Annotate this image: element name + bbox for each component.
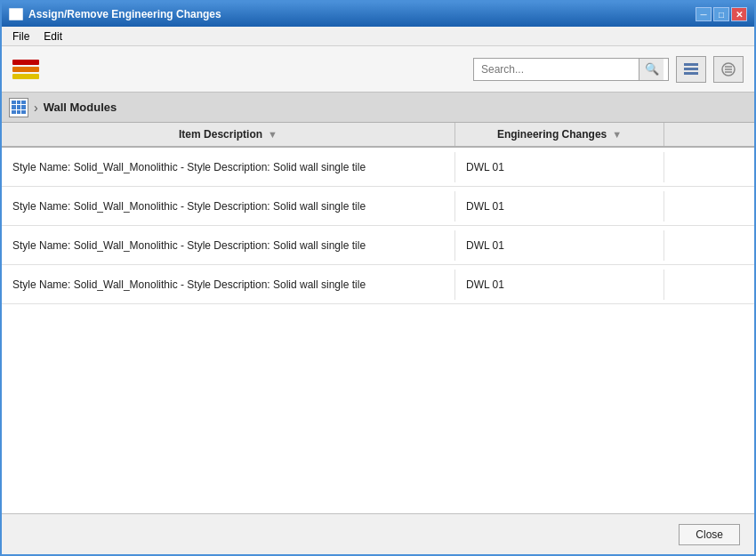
gc6 <box>21 105 26 109</box>
cell-extra <box>664 158 754 176</box>
gc2 <box>17 101 21 105</box>
table-body: Style Name: Solid_Wall_Monolithic - Styl… <box>2 148 754 513</box>
column-header-extra <box>664 123 754 146</box>
column-header-item-desc: Item Description ▼ <box>2 123 455 146</box>
window-icon <box>9 7 23 21</box>
menu-edit[interactable]: Edit <box>36 28 69 44</box>
close-button[interactable]: Close <box>679 524 740 545</box>
gc3 <box>21 101 26 105</box>
grid-icon <box>9 98 28 117</box>
stack-bar-yellow <box>12 74 39 79</box>
gc5 <box>17 105 21 109</box>
stack-icon <box>12 60 39 79</box>
cell-item-desc: Style Name: Solid_Wall_Monolithic - Styl… <box>2 230 455 261</box>
menu-bar: File Edit <box>2 27 754 46</box>
gc9 <box>21 110 26 115</box>
search-icon: 🔍 <box>645 62 659 76</box>
search-container: 🔍 <box>473 58 669 81</box>
stack-bar-red <box>12 60 39 65</box>
menu-button[interactable] <box>713 56 744 83</box>
window-title: Assign/Remove Engineering Changes <box>28 8 696 20</box>
gc4 <box>12 105 16 109</box>
column-header-eng-changes: Engineering Changes ▼ <box>455 123 664 146</box>
list-view-button[interactable] <box>676 56 706 83</box>
cell-item-desc: Style Name: Solid_Wall_Monolithic - Styl… <box>2 152 455 182</box>
table-row[interactable]: Style Name: Solid_Wall_Monolithic - Styl… <box>2 148 754 187</box>
breadcrumb-label: Wall Modules <box>44 101 117 114</box>
svg-rect-4 <box>684 72 698 75</box>
hamburger-icon <box>720 61 736 77</box>
table-row[interactable]: Style Name: Solid_Wall_Monolithic - Styl… <box>2 226 754 265</box>
svg-rect-2 <box>684 63 698 66</box>
cell-eng-changes: DWL 01 <box>455 152 664 182</box>
gc8 <box>17 110 21 115</box>
table-container: Item Description ▼ Engineering Changes ▼… <box>2 123 754 513</box>
filter-icon-item[interactable]: ▼ <box>268 129 277 140</box>
gc7 <box>12 110 16 115</box>
search-input[interactable] <box>474 61 639 77</box>
list-icon <box>683 61 699 77</box>
table-row[interactable]: Style Name: Solid_Wall_Monolithic - Styl… <box>2 187 754 226</box>
table-row[interactable]: Style Name: Solid_Wall_Monolithic - Styl… <box>2 265 754 304</box>
menu-file[interactable]: File <box>5 28 36 44</box>
cell-eng-changes: DWL 01 <box>455 191 664 222</box>
maximize-button[interactable]: □ <box>713 7 729 21</box>
breadcrumb-bar: › Wall Modules <box>2 93 754 123</box>
cell-item-desc: Style Name: Solid_Wall_Monolithic - Styl… <box>2 270 455 300</box>
cell-eng-changes: DWL 01 <box>455 270 664 300</box>
cell-eng-changes: DWL 01 <box>455 230 664 261</box>
cell-extra <box>664 197 754 215</box>
cell-extra <box>664 276 754 294</box>
window-controls: ─ □ ✕ <box>696 7 747 21</box>
cell-extra <box>664 237 754 254</box>
table-header: Item Description ▼ Engineering Changes ▼ <box>2 123 754 148</box>
breadcrumb-arrow: › <box>34 101 38 115</box>
footer: Close <box>2 513 754 554</box>
filter-icon-ec[interactable]: ▼ <box>612 129 622 140</box>
window-close-button[interactable]: ✕ <box>731 7 747 21</box>
search-button[interactable]: 🔍 <box>639 59 664 80</box>
main-window: Assign/Remove Engineering Changes ─ □ ✕ … <box>0 0 756 556</box>
minimize-button[interactable]: ─ <box>696 7 712 21</box>
title-bar: Assign/Remove Engineering Changes ─ □ ✕ <box>2 2 754 27</box>
stack-bar-orange <box>12 67 39 72</box>
cell-item-desc: Style Name: Solid_Wall_Monolithic - Styl… <box>2 191 455 222</box>
svg-rect-1 <box>10 9 22 12</box>
toolbar: 🔍 <box>2 46 754 93</box>
svg-rect-3 <box>684 68 698 70</box>
gc1 <box>12 101 16 105</box>
